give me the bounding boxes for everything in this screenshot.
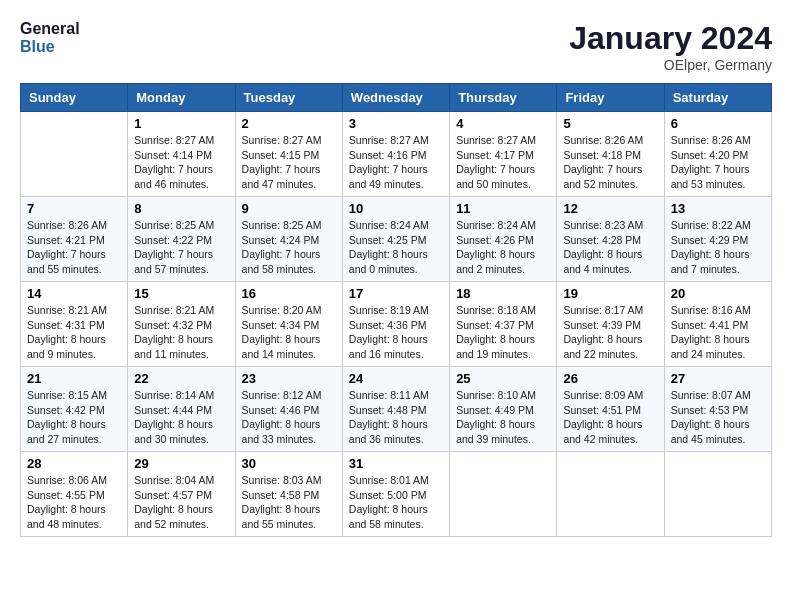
- day-number: 2: [242, 116, 336, 131]
- calendar-cell: 28Sunrise: 8:06 AMSunset: 4:55 PMDayligh…: [21, 452, 128, 537]
- day-info: Sunrise: 8:23 AMSunset: 4:28 PMDaylight:…: [563, 218, 657, 277]
- calendar-cell: 23Sunrise: 8:12 AMSunset: 4:46 PMDayligh…: [235, 367, 342, 452]
- col-saturday: Saturday: [664, 84, 771, 112]
- calendar-cell: 6Sunrise: 8:26 AMSunset: 4:20 PMDaylight…: [664, 112, 771, 197]
- day-number: 14: [27, 286, 121, 301]
- calendar-row: 28Sunrise: 8:06 AMSunset: 4:55 PMDayligh…: [21, 452, 772, 537]
- day-info: Sunrise: 8:10 AMSunset: 4:49 PMDaylight:…: [456, 388, 550, 447]
- day-info: Sunrise: 8:14 AMSunset: 4:44 PMDaylight:…: [134, 388, 228, 447]
- calendar-cell: 12Sunrise: 8:23 AMSunset: 4:28 PMDayligh…: [557, 197, 664, 282]
- day-info: Sunrise: 8:27 AMSunset: 4:17 PMDaylight:…: [456, 133, 550, 192]
- calendar-cell: 4Sunrise: 8:27 AMSunset: 4:17 PMDaylight…: [450, 112, 557, 197]
- logo-line1: General: [20, 20, 80, 38]
- calendar-cell: 21Sunrise: 8:15 AMSunset: 4:42 PMDayligh…: [21, 367, 128, 452]
- day-info: Sunrise: 8:11 AMSunset: 4:48 PMDaylight:…: [349, 388, 443, 447]
- day-info: Sunrise: 8:21 AMSunset: 4:31 PMDaylight:…: [27, 303, 121, 362]
- col-friday: Friday: [557, 84, 664, 112]
- day-number: 11: [456, 201, 550, 216]
- calendar-cell: 9Sunrise: 8:25 AMSunset: 4:24 PMDaylight…: [235, 197, 342, 282]
- day-number: 7: [27, 201, 121, 216]
- calendar-cell: 1Sunrise: 8:27 AMSunset: 4:14 PMDaylight…: [128, 112, 235, 197]
- day-info: Sunrise: 8:27 AMSunset: 4:16 PMDaylight:…: [349, 133, 443, 192]
- calendar-cell: 11Sunrise: 8:24 AMSunset: 4:26 PMDayligh…: [450, 197, 557, 282]
- calendar-cell: [21, 112, 128, 197]
- page-header: General Blue General Blue January 2024 O…: [20, 20, 772, 73]
- day-info: Sunrise: 8:25 AMSunset: 4:24 PMDaylight:…: [242, 218, 336, 277]
- calendar-cell: 7Sunrise: 8:26 AMSunset: 4:21 PMDaylight…: [21, 197, 128, 282]
- day-info: Sunrise: 8:27 AMSunset: 4:15 PMDaylight:…: [242, 133, 336, 192]
- calendar-cell: 17Sunrise: 8:19 AMSunset: 4:36 PMDayligh…: [342, 282, 449, 367]
- day-number: 4: [456, 116, 550, 131]
- day-info: Sunrise: 8:03 AMSunset: 4:58 PMDaylight:…: [242, 473, 336, 532]
- calendar-row: 1Sunrise: 8:27 AMSunset: 4:14 PMDaylight…: [21, 112, 772, 197]
- day-info: Sunrise: 8:19 AMSunset: 4:36 PMDaylight:…: [349, 303, 443, 362]
- calendar-cell: 10Sunrise: 8:24 AMSunset: 4:25 PMDayligh…: [342, 197, 449, 282]
- day-number: 27: [671, 371, 765, 386]
- day-info: Sunrise: 8:12 AMSunset: 4:46 PMDaylight:…: [242, 388, 336, 447]
- calendar-cell: 26Sunrise: 8:09 AMSunset: 4:51 PMDayligh…: [557, 367, 664, 452]
- day-info: Sunrise: 8:16 AMSunset: 4:41 PMDaylight:…: [671, 303, 765, 362]
- col-thursday: Thursday: [450, 84, 557, 112]
- calendar-cell: [664, 452, 771, 537]
- calendar-cell: 13Sunrise: 8:22 AMSunset: 4:29 PMDayligh…: [664, 197, 771, 282]
- logo: General Blue General Blue: [20, 20, 80, 55]
- day-info: Sunrise: 8:24 AMSunset: 4:26 PMDaylight:…: [456, 218, 550, 277]
- day-number: 6: [671, 116, 765, 131]
- day-number: 16: [242, 286, 336, 301]
- calendar-header-row: Sunday Monday Tuesday Wednesday Thursday…: [21, 84, 772, 112]
- day-info: Sunrise: 8:15 AMSunset: 4:42 PMDaylight:…: [27, 388, 121, 447]
- calendar-cell: 14Sunrise: 8:21 AMSunset: 4:31 PMDayligh…: [21, 282, 128, 367]
- day-number: 20: [671, 286, 765, 301]
- calendar-row: 14Sunrise: 8:21 AMSunset: 4:31 PMDayligh…: [21, 282, 772, 367]
- calendar-cell: [450, 452, 557, 537]
- day-number: 31: [349, 456, 443, 471]
- calendar-cell: 18Sunrise: 8:18 AMSunset: 4:37 PMDayligh…: [450, 282, 557, 367]
- day-info: Sunrise: 8:25 AMSunset: 4:22 PMDaylight:…: [134, 218, 228, 277]
- calendar-cell: 2Sunrise: 8:27 AMSunset: 4:15 PMDaylight…: [235, 112, 342, 197]
- day-number: 3: [349, 116, 443, 131]
- day-info: Sunrise: 8:06 AMSunset: 4:55 PMDaylight:…: [27, 473, 121, 532]
- day-info: Sunrise: 8:21 AMSunset: 4:32 PMDaylight:…: [134, 303, 228, 362]
- month-title: January 2024: [569, 20, 772, 57]
- calendar-cell: 16Sunrise: 8:20 AMSunset: 4:34 PMDayligh…: [235, 282, 342, 367]
- day-number: 1: [134, 116, 228, 131]
- day-number: 25: [456, 371, 550, 386]
- col-tuesday: Tuesday: [235, 84, 342, 112]
- day-info: Sunrise: 8:22 AMSunset: 4:29 PMDaylight:…: [671, 218, 765, 277]
- day-number: 17: [349, 286, 443, 301]
- day-info: Sunrise: 8:27 AMSunset: 4:14 PMDaylight:…: [134, 133, 228, 192]
- calendar-cell: 3Sunrise: 8:27 AMSunset: 4:16 PMDaylight…: [342, 112, 449, 197]
- day-info: Sunrise: 8:18 AMSunset: 4:37 PMDaylight:…: [456, 303, 550, 362]
- day-number: 9: [242, 201, 336, 216]
- day-number: 28: [27, 456, 121, 471]
- calendar-cell: 22Sunrise: 8:14 AMSunset: 4:44 PMDayligh…: [128, 367, 235, 452]
- col-sunday: Sunday: [21, 84, 128, 112]
- calendar-cell: 25Sunrise: 8:10 AMSunset: 4:49 PMDayligh…: [450, 367, 557, 452]
- day-info: Sunrise: 8:20 AMSunset: 4:34 PMDaylight:…: [242, 303, 336, 362]
- calendar-row: 7Sunrise: 8:26 AMSunset: 4:21 PMDaylight…: [21, 197, 772, 282]
- day-info: Sunrise: 8:26 AMSunset: 4:18 PMDaylight:…: [563, 133, 657, 192]
- location: OElper, Germany: [569, 57, 772, 73]
- day-number: 19: [563, 286, 657, 301]
- calendar-cell: 15Sunrise: 8:21 AMSunset: 4:32 PMDayligh…: [128, 282, 235, 367]
- day-info: Sunrise: 8:07 AMSunset: 4:53 PMDaylight:…: [671, 388, 765, 447]
- calendar-cell: 27Sunrise: 8:07 AMSunset: 4:53 PMDayligh…: [664, 367, 771, 452]
- calendar-cell: [557, 452, 664, 537]
- day-info: Sunrise: 8:26 AMSunset: 4:20 PMDaylight:…: [671, 133, 765, 192]
- day-number: 13: [671, 201, 765, 216]
- day-info: Sunrise: 8:26 AMSunset: 4:21 PMDaylight:…: [27, 218, 121, 277]
- calendar-cell: 19Sunrise: 8:17 AMSunset: 4:39 PMDayligh…: [557, 282, 664, 367]
- calendar-cell: 29Sunrise: 8:04 AMSunset: 4:57 PMDayligh…: [128, 452, 235, 537]
- day-number: 12: [563, 201, 657, 216]
- day-number: 18: [456, 286, 550, 301]
- day-number: 22: [134, 371, 228, 386]
- day-number: 8: [134, 201, 228, 216]
- col-wednesday: Wednesday: [342, 84, 449, 112]
- logo-line2: Blue: [20, 38, 80, 56]
- day-info: Sunrise: 8:24 AMSunset: 4:25 PMDaylight:…: [349, 218, 443, 277]
- calendar-cell: 8Sunrise: 8:25 AMSunset: 4:22 PMDaylight…: [128, 197, 235, 282]
- day-info: Sunrise: 8:01 AMSunset: 5:00 PMDaylight:…: [349, 473, 443, 532]
- title-area: January 2024 OElper, Germany: [569, 20, 772, 73]
- calendar-row: 21Sunrise: 8:15 AMSunset: 4:42 PMDayligh…: [21, 367, 772, 452]
- day-number: 26: [563, 371, 657, 386]
